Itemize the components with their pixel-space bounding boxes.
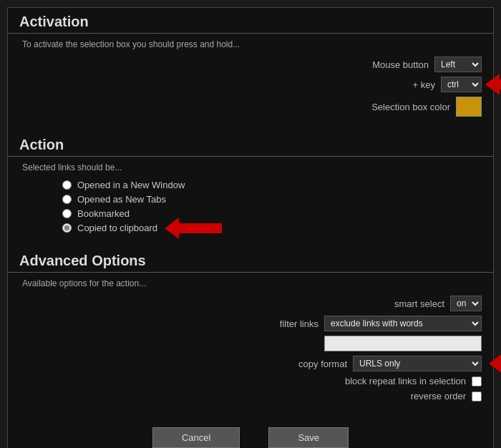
color-label: Selection box color — [357, 102, 450, 112]
activation-section: To activate the selection box you should… — [8, 39, 493, 131]
save-button[interactable]: Save — [268, 427, 349, 448]
block-repeat-row: block repeat links in selection — [19, 376, 482, 386]
reverse-order-checkbox[interactable] — [472, 391, 482, 401]
block-repeat-checkbox[interactable] — [472, 376, 482, 386]
copy-format-row: copy format URLS only HTML links Text — [19, 356, 482, 371]
svg-marker-1 — [165, 218, 222, 239]
action-radio-group: Opened in a New Window Opened as New Tab… — [62, 180, 482, 237]
reverse-order-label: reverse order — [323, 391, 466, 401]
radio-bookmarked-label: Bookmarked — [77, 208, 130, 219]
radio-bookmarked-input[interactable] — [62, 209, 72, 218]
settings-panel: Activation To activate the selection box… — [7, 7, 494, 448]
filter-text-row — [19, 336, 482, 351]
color-row: Selection box color — [19, 97, 482, 117]
radio-new-window-label: Opened in a New Window — [77, 180, 185, 190]
mouse-button-select[interactable]: Left Middle Right — [434, 57, 482, 72]
cancel-button[interactable]: Cancel — [152, 427, 240, 448]
mouse-button-row: Mouse button Left Middle Right — [19, 57, 482, 72]
radio-new-window-input[interactable] — [62, 180, 72, 190]
radio-bookmarked: Bookmarked — [62, 208, 130, 219]
reverse-order-row: reverse order — [19, 391, 482, 401]
radio-new-tabs: Opened as New Tabs — [62, 194, 166, 205]
advanced-section: Available options for the action... smar… — [8, 278, 493, 416]
smart-select-label: smart select — [351, 298, 444, 309]
arrow-ctrl — [485, 74, 501, 95]
svg-marker-2 — [489, 353, 501, 374]
block-repeat-label: block repeat links in selection — [323, 376, 466, 386]
color-picker[interactable] — [456, 97, 482, 117]
filter-links-label: filter links — [225, 318, 318, 329]
filter-links-row: filter links exclude links with words in… — [19, 316, 482, 331]
radio-new-tabs-input[interactable] — [62, 195, 72, 204]
activation-subtitle: To activate the selection box you should… — [19, 39, 482, 49]
svg-marker-0 — [485, 74, 501, 95]
filter-links-select[interactable]: exclude links with words include links w… — [324, 316, 482, 331]
advanced-subtitle: Available options for the action... — [19, 278, 482, 288]
filter-text-input[interactable] — [324, 336, 482, 351]
key-label: + key — [342, 79, 435, 90]
activation-title: Activation — [8, 8, 493, 34]
mouse-button-label: Mouse button — [336, 59, 429, 70]
key-row: + key ctrl alt shift none — [19, 77, 482, 92]
radio-clipboard-label: Copied to clipboard — [77, 223, 157, 233]
radio-new-tabs-label: Opened as New Tabs — [77, 194, 166, 205]
button-row: Cancel Save — [8, 427, 493, 448]
advanced-title: Advanced Options — [8, 247, 493, 273]
copy-format-select[interactable]: URLS only HTML links Text — [353, 356, 482, 371]
radio-clipboard-input[interactable] — [62, 223, 72, 233]
smart-select-row: smart select on off — [19, 296, 482, 311]
arrow-copy-format — [489, 353, 501, 374]
arrow-clipboard — [165, 218, 222, 239]
radio-clipboard: Copied to clipboard — [62, 223, 157, 233]
action-section: Selected links should be... Opened in a … — [8, 162, 493, 247]
radio-new-window: Opened in a New Window — [62, 180, 185, 190]
action-subtitle: Selected links should be... — [19, 162, 482, 172]
key-select[interactable]: ctrl alt shift none — [441, 77, 482, 92]
smart-select-select[interactable]: on off — [450, 296, 482, 311]
action-title: Action — [8, 131, 493, 157]
copy-format-label: copy format — [254, 359, 347, 369]
